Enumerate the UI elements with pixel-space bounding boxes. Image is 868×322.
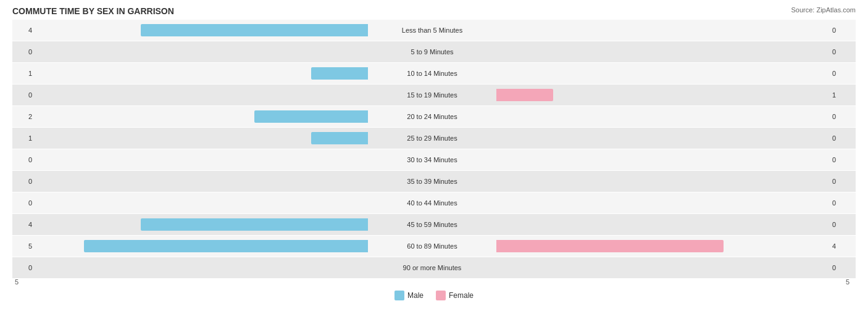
female-bar-container <box>496 197 830 209</box>
legend-female-label: Female <box>449 291 474 300</box>
male-bar <box>141 24 368 36</box>
male-value: 0 <box>21 91 32 99</box>
legend-female-box <box>436 291 446 300</box>
female-bar <box>496 89 553 101</box>
female-bar-container <box>496 110 830 123</box>
male-side: 1 <box>12 132 370 144</box>
male-bar-container <box>35 175 368 188</box>
female-side: 0 <box>494 154 852 166</box>
female-bar-container <box>496 24 830 36</box>
male-side: 0 <box>12 175 370 188</box>
female-bar-container <box>496 132 830 144</box>
female-value: 0 <box>832 48 843 56</box>
female-bar-container <box>496 262 830 274</box>
male-value: 0 <box>21 156 32 163</box>
row-label: 45 to 59 Minutes <box>370 221 494 228</box>
male-side: 4 <box>12 218 370 231</box>
male-side: 0 <box>12 262 370 274</box>
male-bar-container <box>35 46 368 58</box>
male-value: 1 <box>21 70 32 77</box>
female-side: 0 <box>494 46 852 58</box>
female-value: 0 <box>832 178 843 185</box>
row-label: 15 to 19 Minutes <box>370 91 494 99</box>
female-bar-container <box>496 89 830 101</box>
female-value: 0 <box>832 221 843 228</box>
female-value: 0 <box>832 264 843 271</box>
female-bar-container <box>496 46 830 58</box>
female-side: 4 <box>494 240 852 252</box>
male-side: 0 <box>12 197 370 209</box>
male-side: 2 <box>12 110 370 123</box>
female-side: 0 <box>494 132 852 144</box>
female-value: 0 <box>832 113 843 120</box>
female-side: 0 <box>494 110 852 123</box>
male-side: 0 <box>12 46 370 58</box>
table-row: 1 10 to 14 Minutes 0 <box>12 63 856 84</box>
male-bar-container <box>35 240 368 252</box>
female-value: 0 <box>832 27 843 34</box>
legend-female: Female <box>436 291 474 300</box>
row-label: 40 to 44 Minutes <box>370 199 494 207</box>
male-side: 1 <box>12 67 370 80</box>
table-row: 0 90 or more Minutes 0 <box>12 257 856 278</box>
table-row: 0 40 to 44 Minutes 0 <box>12 192 856 213</box>
male-side: 0 <box>12 154 370 166</box>
male-value: 1 <box>21 134 32 142</box>
table-row: 2 20 to 24 Minutes 0 <box>12 106 856 127</box>
source-label: Source: ZipAtlas.com <box>791 6 856 14</box>
female-bar <box>496 240 724 252</box>
male-bar <box>311 67 368 80</box>
axis-right-val: 5 <box>846 278 849 286</box>
female-value: 0 <box>832 156 843 163</box>
row-label: Less than 5 Minutes <box>370 27 494 34</box>
row-label: 25 to 29 Minutes <box>370 134 494 142</box>
male-value: 0 <box>21 199 32 207</box>
row-label: 35 to 39 Minutes <box>370 178 494 185</box>
male-bar <box>254 110 368 123</box>
row-label: 10 to 14 Minutes <box>370 70 494 77</box>
table-row: 0 5 to 9 Minutes 0 <box>12 41 856 62</box>
legend-male-box <box>394 291 404 300</box>
male-bar-container <box>35 24 368 36</box>
table-row: 0 30 to 34 Minutes 0 <box>12 149 856 170</box>
male-bar-container <box>35 197 368 209</box>
male-value: 5 <box>21 242 32 250</box>
male-bar-container <box>35 132 368 144</box>
row-label: 30 to 34 Minutes <box>370 156 494 163</box>
legend-male-label: Male <box>407 291 424 300</box>
female-value: 1 <box>832 91 843 99</box>
male-value: 0 <box>21 178 32 185</box>
male-side: 4 <box>12 24 370 36</box>
row-label: 20 to 24 Minutes <box>370 113 494 120</box>
table-row: 4 Less than 5 Minutes 0 <box>12 20 856 41</box>
chart-title: COMMUTE TIME BY SEX IN GARRISON <box>12 6 856 16</box>
female-side: 0 <box>494 197 852 209</box>
legend-area: Male Female <box>12 291 856 300</box>
chart-container: COMMUTE TIME BY SEX IN GARRISON Source: … <box>0 0 868 322</box>
female-bar-container <box>496 67 830 80</box>
female-bar-container <box>496 175 830 188</box>
male-bar <box>141 218 368 231</box>
male-bar <box>311 132 368 144</box>
male-side: 5 <box>12 240 370 252</box>
chart-area: 4 Less than 5 Minutes 0 0 5 to 9 Minutes <box>12 20 856 277</box>
table-row: 0 35 to 39 Minutes 0 <box>12 171 856 192</box>
male-value: 0 <box>21 48 32 56</box>
female-value: 4 <box>832 242 843 250</box>
male-bar-container <box>35 262 368 274</box>
row-label: 5 to 9 Minutes <box>370 48 494 56</box>
male-value: 0 <box>21 264 32 271</box>
male-bar-container <box>35 110 368 123</box>
table-row: 1 25 to 29 Minutes 0 <box>12 128 856 149</box>
axis-left-val: 5 <box>15 278 19 286</box>
female-side: 0 <box>494 67 852 80</box>
female-side: 1 <box>494 89 852 101</box>
axis-labels: 5 5 <box>12 277 856 287</box>
male-value: 4 <box>21 27 32 34</box>
male-bar-container <box>35 89 368 101</box>
table-row: 5 60 to 89 Minutes 4 <box>12 236 856 257</box>
female-value: 0 <box>832 70 843 77</box>
male-bar-container <box>35 154 368 166</box>
female-side: 0 <box>494 262 852 274</box>
female-bar-container <box>496 240 830 252</box>
